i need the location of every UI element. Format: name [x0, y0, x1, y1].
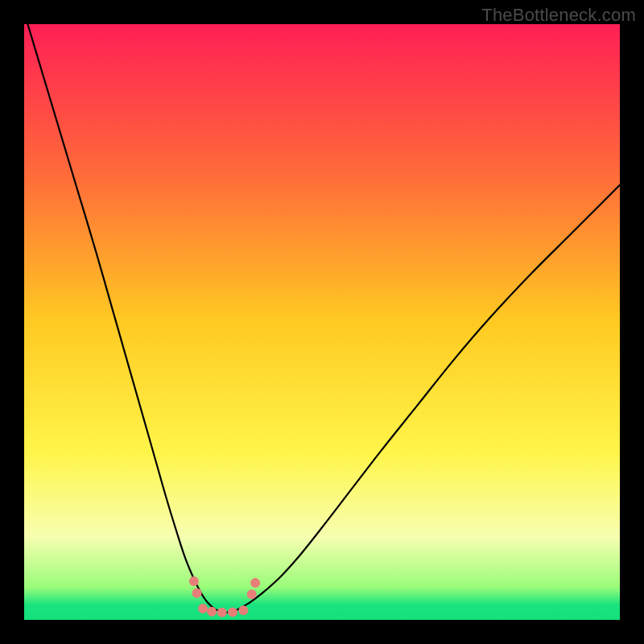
dot-left-lower	[192, 588, 202, 598]
chart-frame: TheBottleneck.com	[0, 0, 644, 644]
gradient-background	[24, 24, 620, 620]
dot-floor-5	[238, 605, 248, 615]
dot-floor-2	[207, 607, 217, 617]
dot-left-upper	[189, 576, 199, 586]
dot-floor-4	[228, 607, 237, 617]
dot-floor-3	[217, 608, 227, 617]
chart-svg	[24, 24, 620, 620]
dot-right-upper	[250, 578, 260, 588]
plot-area	[24, 24, 620, 620]
dot-right-lower	[247, 589, 257, 599]
watermark-text: TheBottleneck.com	[481, 5, 636, 26]
dot-floor-1	[198, 604, 208, 613]
